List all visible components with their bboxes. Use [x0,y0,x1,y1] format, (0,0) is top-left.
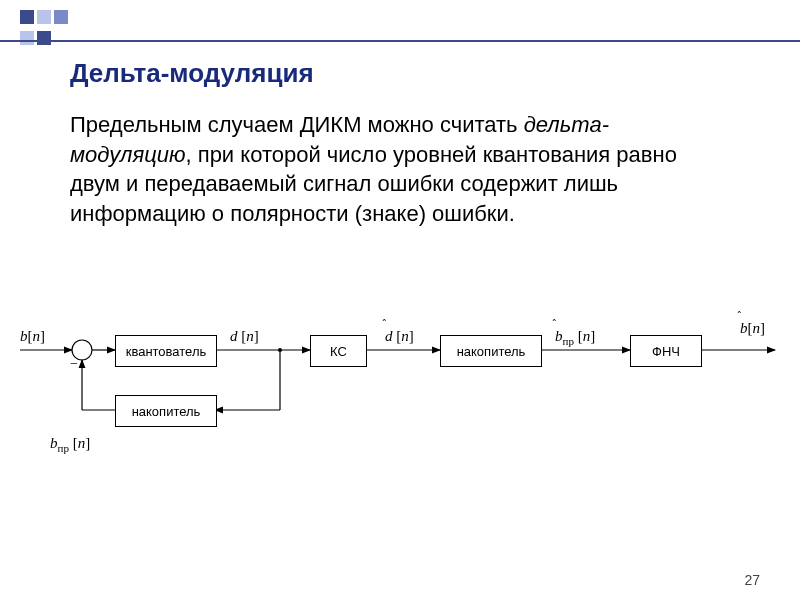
label-b-n: b[n] [20,328,45,345]
block-channel: КС [310,335,367,367]
label-d-n: d [n] [230,328,259,345]
block-lpf: ФНЧ [630,335,702,367]
block-diagram: − квантователь накопитель КС накопитель … [20,300,780,500]
paragraph-pre: Предельным случаем ДИКМ можно считать [70,112,524,137]
block-accumulator-receiver: накопитель [440,335,542,367]
slide-paragraph: Предельным случаем ДИКМ можно считать де… [70,110,710,229]
svg-text:−: − [70,356,78,371]
label-b-pr-hat-n: b̂пр [n] [555,328,595,347]
label-b-hat-n: b̂[n] [740,320,765,337]
block-quantizer: квантователь [115,335,217,367]
page-number: 27 [744,572,760,588]
label-d-hat-n: d̂ [n] [385,328,414,345]
slide-title: Дельта-модуляция [70,58,314,89]
decorative-rule [0,40,800,42]
svg-point-12 [278,348,282,352]
label-b-pr-n: bпр [n] [50,435,90,454]
block-accumulator-feedback: накопитель [115,395,217,427]
